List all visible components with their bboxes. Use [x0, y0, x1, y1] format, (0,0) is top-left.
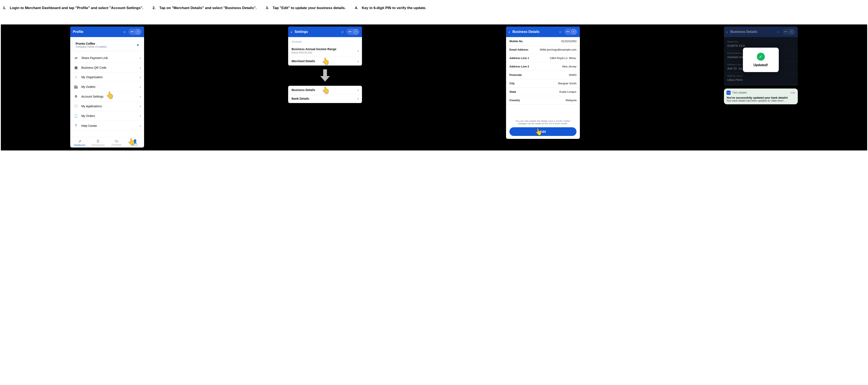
business-details-screen: ‹ Business Details ☆ ••• ✕ Mobile No.012… — [506, 27, 580, 139]
step-2-heading: 2. Tap on "Merchant Details" and select … — [152, 4, 257, 19]
chevron-right-icon: › — [358, 60, 359, 63]
step-number: 4. — [355, 5, 358, 17]
more-icon[interactable]: ••• — [348, 30, 352, 34]
back-icon[interactable]: ‹ — [726, 30, 728, 34]
page-title: Profile — [73, 30, 120, 34]
flow-arrow-icon — [320, 69, 330, 82]
dashboard-icon: ↗ — [70, 139, 89, 144]
modal-text: Updated! — [745, 63, 777, 67]
close-icon[interactable]: ✕ — [571, 30, 576, 34]
input-address2[interactable]: Address Line 2 Utica Penn — [724, 73, 798, 84]
menu-my-orders[interactable]: 🧾 My Orders › — [70, 111, 144, 121]
document-icon: 📄 — [73, 104, 78, 108]
update-note: You can only update the details once a m… — [506, 117, 580, 127]
profile-screen: Profile ☆ ••• ✕ Pronto Coffee Company Ow… — [70, 27, 144, 147]
menu-help-center[interactable]: ？ Help Center › — [70, 121, 144, 131]
header-bar: ‹ Business Details ☆ ••• ✕ — [724, 27, 798, 37]
notification-body: Your bank details had been updated at <d… — [726, 99, 795, 102]
settings-screen: ‹ Settings ☆ ••• ✕ Account Business Annu… — [288, 27, 362, 66]
more-icon[interactable]: ••• — [565, 30, 570, 34]
edit-button[interactable]: Edit 👆 — [509, 127, 577, 136]
push-notification[interactable]: TnG TNG eWallet now You've successfully … — [724, 89, 798, 104]
chevron-right-icon: › — [358, 49, 359, 53]
step-4-heading: 4. Key in 6-digit PIN to verify the upda… — [354, 4, 427, 19]
field-country: CountryMalaysia — [506, 96, 580, 105]
favorite-icon[interactable]: ☆ — [776, 30, 780, 34]
header-actions: ••• ✕ — [782, 29, 795, 35]
field-state: StateKuala Lumpur — [506, 88, 580, 96]
menu-account-settings[interactable]: ⚙ Account Settings › 👆 — [70, 92, 144, 101]
field-postcode: Postcode45463 — [506, 71, 580, 79]
field-city: CityBangsar South — [506, 79, 580, 88]
menu-share-payment-link[interactable]: ⇄ Share Payment Link › — [70, 53, 144, 63]
organisation-icon: ⛬ — [73, 75, 78, 79]
favorite-icon[interactable]: ☆ — [340, 30, 345, 34]
step-3-heading: 3. Tap "Edit" to update your business de… — [266, 4, 346, 19]
step-number: 3. — [266, 5, 269, 17]
menu-business-qr[interactable]: ▦ Business QR Code › — [70, 63, 144, 72]
tab-transactions[interactable]: ≣ Transactions — [89, 137, 107, 147]
profile-icon: 👤 — [126, 139, 144, 144]
row-merchant-details[interactable]: Merchant Details › 👆 — [288, 57, 362, 66]
field-address1: Address Line 12464 Royal Ln. Mesa, — [506, 54, 580, 62]
tab-profile[interactable]: 👤 Profile 👆 — [126, 137, 144, 147]
chevron-right-icon: › — [140, 56, 141, 60]
back-icon[interactable]: ‹ — [291, 30, 292, 34]
store-icon: 🏬 — [73, 85, 78, 89]
menu-my-outlets[interactable]: 🏬 My Outlets › — [70, 82, 144, 92]
step-number: 1. — [3, 5, 6, 17]
close-icon[interactable]: ✕ — [136, 30, 140, 34]
step-number: 2. — [153, 5, 155, 17]
field-address2: Address Line 2New Jersey — [506, 62, 580, 71]
tab-dashboard[interactable]: ↗ Dashboard — [70, 137, 89, 147]
close-icon[interactable]: ✕ — [353, 30, 358, 34]
close-icon[interactable]: ✕ — [789, 30, 794, 34]
step-text: Tap "Edit" to update your business detai… — [273, 5, 345, 17]
chevron-right-icon: › — [140, 105, 141, 108]
settings-icon: ⚙ — [73, 95, 78, 98]
chevron-right-icon: › — [140, 66, 141, 69]
step-text: Key in 6-digit PIN to verify the update. — [362, 5, 426, 17]
back-icon[interactable]: ‹ — [508, 30, 510, 34]
notification-time: now — [790, 91, 795, 94]
chevron-right-icon: › — [140, 85, 141, 89]
step-text: Login to Merchant Dashboard and tap "Pro… — [10, 5, 143, 17]
menu-my-organisation[interactable]: ⛬ My Organisation › — [70, 72, 144, 82]
header-bar: ‹ Business Details ☆ ••• ✕ — [506, 27, 580, 37]
share-icon: ⇄ — [73, 56, 78, 60]
field-mobile: Mobile No.0123232453 — [506, 37, 580, 45]
page-title: Settings — [295, 30, 338, 34]
success-modal: ✓ Updated! — [743, 48, 779, 72]
favorite-icon[interactable]: ☆ — [558, 30, 563, 34]
more-icon[interactable]: ••• — [130, 30, 134, 34]
header-bar: ‹ Settings ☆ ••• ✕ — [288, 27, 362, 37]
chevron-right-icon: › — [358, 97, 359, 100]
menu-my-applications[interactable]: 📄 My Applications › — [70, 101, 144, 111]
tab-purchase[interactable]: 🛍 Purchase — [107, 137, 126, 147]
qr-icon: ▦ — [73, 66, 78, 70]
page-title: Business Details — [513, 30, 556, 34]
help-icon: ？ — [73, 124, 78, 128]
merchant-name: Pronto Coffee — [75, 42, 137, 45]
confirmation-screen: ‹ Business Details ☆ ••• ✕ Mobile No. 01… — [724, 27, 798, 86]
field-email: Email AddressWillie.jennings@example.com — [506, 45, 580, 54]
merchant-selector[interactable]: Pronto Coffee Company Owner (3 outlets) … — [72, 39, 142, 51]
row-income-range[interactable]: Business Annual Income Range Below RM100… — [288, 45, 362, 57]
favorite-icon[interactable]: ☆ — [122, 30, 127, 34]
row-business-details[interactable]: Business Details › 👆 — [288, 86, 362, 95]
chevron-right-icon: › — [140, 124, 141, 128]
chevron-right-icon: › — [140, 75, 141, 79]
bag-icon: 🛍 — [107, 139, 126, 143]
row-bank-details[interactable]: Bank Details › — [288, 95, 362, 103]
app-icon: TnG — [726, 91, 731, 95]
chevron-right-icon: › — [358, 88, 359, 92]
app-name: TNG eWallet — [732, 91, 747, 94]
orders-icon: 🧾 — [73, 114, 78, 118]
more-icon[interactable]: ••• — [783, 30, 788, 34]
chevron-down-icon: ▾ — [137, 43, 139, 47]
page-title: Business Details — [730, 30, 774, 34]
header-bar: Profile ☆ ••• ✕ — [70, 27, 144, 37]
step-text: Tap on "Merchant Details" and select "Bu… — [159, 5, 256, 17]
merchant-details-screen: Business Details › 👆 Bank Details › — [288, 86, 362, 103]
business-details-list: Mobile No.0123232453 Email AddressWillie… — [506, 37, 580, 105]
